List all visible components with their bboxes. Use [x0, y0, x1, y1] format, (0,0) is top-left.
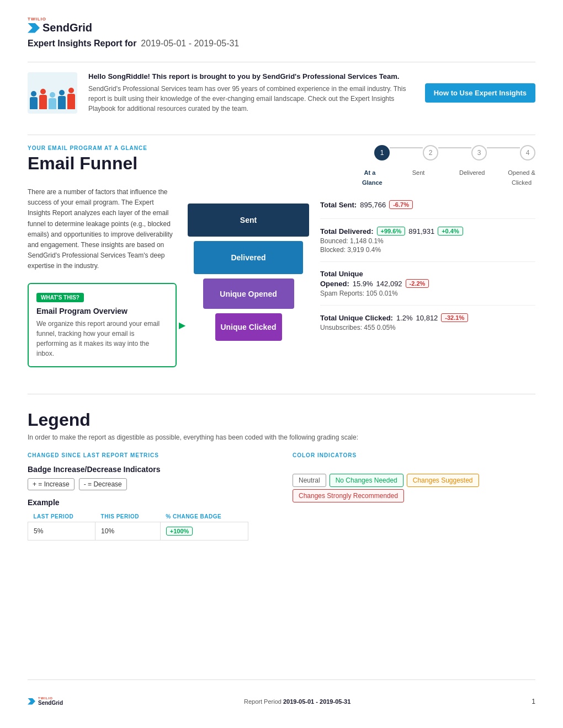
- bar-sent-label: Sent: [240, 216, 257, 224]
- section-divider-2: [28, 394, 535, 394]
- badge-indicators-row: + = Increase - = Decrease: [28, 478, 270, 490]
- legend-columns: CHANGED SINCE LAST REPORT METRICS Badge …: [28, 452, 535, 540]
- tooltip-body: We organize this report around your emai…: [36, 319, 168, 358]
- nav-step-3[interactable]: 3: [471, 145, 487, 160]
- intro-text-area: Hello SongRiddle! This report is brought…: [88, 72, 414, 114]
- section-divider-1: [28, 135, 535, 135]
- people-icon: [28, 72, 77, 114]
- stat-bounced: Bounced: 1,148 0.1%: [320, 237, 535, 245]
- section-title: Email Funnel: [28, 153, 362, 174]
- legend-title: Legend: [28, 410, 535, 430]
- bar-clicked-label: Unique Clicked: [220, 323, 276, 331]
- tooltip-card: WHAT'S THIS? Email Program Overview We o…: [28, 283, 177, 367]
- stat-sent: Total Sent: 895,766 -6.7%: [320, 192, 535, 219]
- whats-this-badge[interactable]: WHAT'S THIS?: [36, 293, 84, 302]
- person-1: [30, 91, 38, 109]
- stat-opened-sublabel: Opened:: [320, 280, 349, 288]
- nav-circle-4: 4: [520, 145, 535, 160]
- example-this-period: 10%: [95, 522, 161, 540]
- report-for-label: Expert Insights Report for: [28, 39, 136, 49]
- nav-label-4: Opened & Clicked: [508, 169, 535, 186]
- badge-indicators-title: Badge Increase/Decrease Indicators: [28, 465, 270, 474]
- funnel-content: There are a number of factors that influ…: [28, 187, 535, 367]
- nav-step-4[interactable]: 4: [520, 145, 535, 160]
- funnel-left: There are a number of factors that influ…: [28, 187, 177, 367]
- badge-increase: + = Increase: [28, 478, 75, 490]
- color-badge-strongly-wrapper: Changes Strongly Recommended: [293, 490, 535, 500]
- funnel-bar-sent: Sent: [188, 204, 309, 237]
- legend-metrics-title: CHANGED SINCE LAST REPORT METRICS: [28, 452, 270, 458]
- report-title-row: Expert Insights Report for 2019-05-01 - …: [28, 39, 535, 49]
- header: TWILIO SendGrid: [28, 17, 535, 34]
- stat-sent-line: Total Sent: 895,766 -6.7%: [320, 200, 535, 209]
- example-last-period: 5%: [28, 522, 95, 540]
- stat-clicked-line: Total Unique Clicked: 1.2% 10,812 -32.1%: [320, 313, 535, 322]
- how-to-button[interactable]: How to Use Expert Insights: [425, 83, 535, 103]
- intro-headline: Hello SongRiddle! This report is brought…: [88, 72, 414, 81]
- logo-area: TWILIO SendGrid: [28, 17, 92, 34]
- example-title: Example: [28, 498, 270, 507]
- sendgrid-label: SendGrid: [43, 22, 92, 34]
- funnel-center: Sent Delivered Unique Opened Unique Clic…: [188, 187, 309, 367]
- nav-step-1[interactable]: 1: [374, 145, 390, 160]
- stat-delivered: Total Delivered: +99.6% 891,931 +0.4% Bo…: [320, 219, 535, 262]
- legend-metrics-col: CHANGED SINCE LAST REPORT METRICS Badge …: [28, 452, 270, 540]
- example-header-2: THIS PERIOD: [95, 511, 161, 522]
- nav-circle-1: 1: [374, 145, 390, 160]
- nav-line-3: [487, 147, 520, 148]
- badge-decrease: - = Decrease: [79, 478, 127, 490]
- stat-sent-badge: -6.7%: [389, 200, 413, 209]
- page-container: TWILIO SendGrid Expert Insights Report f…: [0, 0, 563, 728]
- stat-unsubs: Unsubscribes: 455 0.05%: [320, 324, 535, 331]
- nav-header-area: YOUR EMAIL PROGRAM AT A GLANCE Email Fun…: [28, 145, 535, 187]
- nav-circle-2: 2: [423, 145, 438, 160]
- section-label: YOUR EMAIL PROGRAM AT A GLANCE: [28, 145, 362, 151]
- person-2: [39, 89, 47, 109]
- footer-logo: TWILIO SendGrid: [28, 697, 63, 706]
- footer-sendgrid-icon: [28, 698, 35, 705]
- nav-line-1: [390, 147, 423, 148]
- person-3: [49, 92, 56, 109]
- footer-page-number: 1: [532, 698, 535, 705]
- legend-color-col: COLOR INDICATORS Neutral No Changes Need…: [293, 452, 535, 540]
- bar-delivered-label: Delivered: [231, 253, 265, 262]
- sendgrid-logo: SendGrid: [28, 22, 92, 34]
- stat-delivered-badge2: +0.4%: [438, 227, 463, 235]
- stat-delivered-label: Total Delivered:: [320, 227, 374, 235]
- stat-clicked: Total Unique Clicked: 1.2% 10,812 -32.1%…: [320, 306, 535, 339]
- color-badge-changes-suggested: Changes Suggested: [407, 474, 479, 487]
- stat-opened-label: Total Unique: [320, 270, 535, 278]
- stat-sent-label: Total Sent:: [320, 201, 357, 209]
- stat-clicked-value: 10,812: [416, 314, 438, 322]
- nav-line-2: [438, 147, 471, 148]
- color-badge-changes-strongly: Changes Strongly Recommended: [293, 489, 404, 502]
- nav-step-2[interactable]: 2: [423, 145, 438, 160]
- color-indicators: Neutral No Changes Needed Changes Sugges…: [293, 474, 535, 487]
- footer-sendgrid-label: SendGrid: [38, 700, 63, 706]
- nav-label-2: Sent: [412, 169, 425, 176]
- example-header-3: % CHANGE BADGE: [160, 511, 248, 522]
- header-divider: [28, 62, 535, 62]
- legend-desc: In order to make the report as digestibl…: [28, 433, 535, 441]
- nav-circle-3: 3: [471, 145, 487, 160]
- funnel-bar-opened: Unique Opened: [203, 279, 294, 309]
- tooltip-title: Email Program Overview: [36, 307, 168, 315]
- example-table: LAST PERIOD THIS PERIOD % CHANGE BADGE 5…: [28, 511, 248, 540]
- person-5: [67, 88, 75, 109]
- page-footer: TWILIO SendGrid Report Period 2019-05-01…: [28, 679, 535, 706]
- footer-report-label: Report Period: [244, 698, 282, 705]
- stat-opened: Total Unique Opened: 15.9% 142,092 -2.2%…: [320, 262, 535, 306]
- stat-opened-value: 142,092: [376, 280, 402, 288]
- funnel-nav: 1 2 3 4: [374, 145, 535, 160]
- stat-opened-line: Opened: 15.9% 142,092 -2.2%: [320, 279, 535, 288]
- funnel-bar-delivered: Delivered: [194, 241, 303, 274]
- twilio-label: TWILIO: [28, 17, 46, 22]
- stat-delivered-badge1: +99.6%: [377, 227, 406, 235]
- report-date-range: 2019-05-01 - 2019-05-31: [141, 39, 239, 49]
- stat-clicked-label: Total Unique Clicked:: [320, 314, 393, 322]
- intro-illustration: [28, 72, 77, 114]
- person-4: [58, 90, 66, 109]
- nav-header-left: YOUR EMAIL PROGRAM AT A GLANCE Email Fun…: [28, 145, 362, 185]
- funnel-description: There are a number of factors that influ…: [28, 187, 177, 272]
- intro-card: Hello SongRiddle! This report is brought…: [28, 72, 535, 114]
